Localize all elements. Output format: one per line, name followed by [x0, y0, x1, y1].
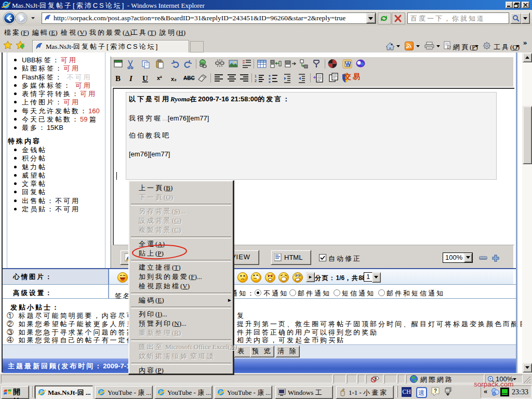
svg-text:x²: x²	[157, 75, 162, 81]
svg-text:ABC: ABC	[183, 75, 195, 81]
svg-text:I: I	[129, 74, 133, 83]
svg-text:?: ?	[434, 388, 437, 394]
svg-text:U: U	[142, 74, 148, 83]
svg-text:B: B	[115, 74, 121, 83]
svg-text:2: 2	[255, 79, 257, 83]
svg-text:x₂: x₂	[171, 76, 177, 82]
svg-text:1: 1	[255, 74, 257, 78]
